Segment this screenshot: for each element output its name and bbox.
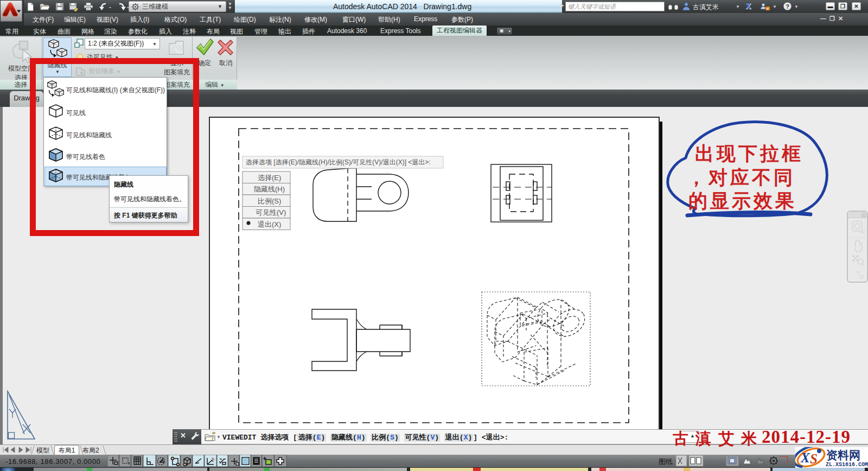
svg-text:?: ? [786, 3, 789, 10]
svg-text:2D: 2D [860, 230, 865, 234]
svg-text:可见性(V): 可见性(V) [256, 208, 286, 217]
svg-text:资料网: 资料网 [826, 449, 860, 461]
svg-text:选择(E): 选择(E) [258, 174, 281, 182]
svg-text:X: X [800, 450, 810, 465]
svg-text:比例(S): 比例(S) [258, 197, 281, 205]
svg-text:隐藏线(H): 隐藏线(H) [254, 185, 285, 193]
svg-text:退出(X): 退出(X) [258, 220, 281, 228]
svg-text:S: S [810, 451, 818, 466]
svg-text:ZL.XS1616.COM: ZL.XS1616.COM [826, 462, 868, 468]
svg-text:选择选项 [选择(E)/隐藏线(H)/比例(S)/可见性(V: 选择选项 [选择(E)/隐藏线(H)/比例(S)/可见性(V)/退出(X)] <… [246, 158, 431, 166]
